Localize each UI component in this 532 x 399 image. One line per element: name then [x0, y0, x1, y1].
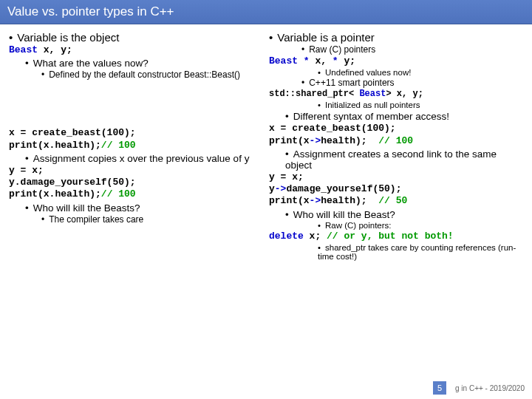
left-assign-note: •Assignment copies x over the previous v…	[9, 153, 263, 164]
right-assign-note: •Assignment creates a second link to the…	[269, 149, 523, 171]
code-line: y = x;	[269, 171, 304, 183]
code-text: health);	[321, 135, 366, 146]
code-text: x, y;	[38, 44, 72, 55]
kw: Beast *	[269, 55, 310, 66]
initnull-text: Initialized as null pointers	[325, 100, 420, 109]
left-code-create: x = create_beast(100); print(x.health);/…	[9, 127, 263, 151]
code-line: print(x.health);	[9, 188, 101, 200]
code-text: std::shared_ptr<	[269, 89, 359, 99]
smart-text: C++11 smart pointers	[309, 78, 394, 88]
code-line: y.damage_yourself(50);	[9, 177, 136, 188]
right-sharedptr-note: •shared_ptr takes care by counting refer…	[269, 243, 523, 261]
comment: // 100	[101, 188, 136, 200]
right-column: •Variable is a pointer •Raw (C) pointers…	[266, 29, 526, 262]
rawptr-text: Raw (C) pointers:	[325, 221, 391, 230]
q-text: What are the values now?	[33, 58, 149, 69]
left-a-defined: •Defined by the default constructor Beas…	[9, 69, 263, 80]
code-line: x = create_beast(100);	[9, 127, 136, 138]
right-syntax: •Different syntax of member access!	[269, 111, 523, 122]
kill-q-text: Who will kill the Beast?	[293, 209, 395, 220]
right-code-delete: delete x; // or y, but not both!	[269, 231, 523, 242]
a-text: Defined by the default constructor Beast…	[49, 69, 240, 80]
left-column: •Variable is the object Beast x, y; •Wha…	[6, 29, 266, 262]
right-heading: •Variable is a pointer	[269, 31, 523, 44]
comment: // or y, but not both!	[327, 231, 454, 242]
left-code-decl: Beast x, y;	[9, 44, 263, 56]
left-heading-text: Variable is the object	[17, 31, 119, 44]
code-text: y;	[338, 55, 355, 66]
comment: // 100	[378, 135, 413, 146]
kill-q-text: Who will kill the Beasts?	[33, 202, 140, 214]
right-code-create: x = create_beast(100); print(x->health);…	[269, 123, 523, 147]
right-code-rawdecl: Beast * x, * y;	[269, 55, 523, 67]
course-label: g in C++ - 2019/2020	[455, 384, 525, 392]
code-line: print(x.health);	[9, 140, 101, 151]
code-line: y = x;	[9, 165, 44, 176]
kw: *	[332, 55, 338, 66]
right-smart: •C++11 smart pointers	[269, 78, 523, 88]
sharedptr-text: shared_ptr takes care by counting refere…	[318, 243, 516, 261]
kw-arrow: ->	[275, 183, 287, 194]
code-text: x;	[304, 231, 327, 242]
kw-delete: delete	[269, 231, 304, 242]
slide-footer: 5 g in C++ - 2019/2020	[433, 381, 525, 395]
right-rawptr-note: •Raw (C) pointers:	[269, 221, 523, 230]
right-heading-text: Variable is a pointer	[277, 31, 374, 44]
right-kill-q: •Who will kill the Beast?	[269, 209, 523, 220]
content-columns: •Variable is the object Beast x, y; •Wha…	[0, 24, 532, 262]
kw-beast: Beast	[9, 44, 38, 55]
code-text: x,	[310, 55, 332, 66]
left-heading: •Variable is the object	[9, 31, 263, 44]
kw-arrow: ->	[310, 195, 321, 206]
left-q-values: •What are the values now?	[9, 58, 263, 69]
kw-arrow: ->	[310, 135, 321, 146]
page-number: 5	[433, 381, 446, 395]
comment: // 50	[367, 195, 408, 206]
left-kill-a: •The compiler takes care	[9, 214, 263, 225]
code-text: print(x	[269, 135, 310, 146]
code-text: damage_yourself(50);	[286, 183, 401, 194]
code-text: > x, y;	[386, 89, 423, 99]
slide-title: Value vs. pointer types in C++	[0, 0, 532, 24]
right-code-assign: y = x; y->damage_yourself(50); print(x->…	[269, 171, 523, 208]
left-kill-q: •Who will kill the Beasts?	[9, 202, 263, 214]
assign-text: Assignment copies x over the previous va…	[33, 153, 250, 164]
right-initnull: •Initialized as null pointers	[269, 100, 523, 109]
syntax-text: Different syntax of member access!	[293, 111, 449, 122]
assign-text: Assignment creates a second link to the …	[285, 149, 497, 171]
code-text: health);	[321, 195, 366, 206]
right-undef: •Undefined values now!	[269, 68, 523, 77]
code-text: y	[269, 183, 275, 194]
kw: Beast	[359, 89, 386, 99]
undef-text: Undefined values now!	[325, 68, 411, 77]
code-text: print(x	[269, 195, 310, 206]
kill-a-text: The compiler takes care	[49, 214, 143, 225]
code-line: x = create_beast(100);	[269, 123, 396, 134]
rawc-text: Raw (C) pointers	[309, 44, 375, 55]
right-rawc: •Raw (C) pointers	[269, 44, 523, 55]
left-code-assign: y = x; y.damage_yourself(50); print(x.he…	[9, 165, 263, 201]
comment: // 100	[101, 140, 136, 151]
right-code-shared: std::shared_ptr< Beast> x, y;	[269, 89, 523, 100]
